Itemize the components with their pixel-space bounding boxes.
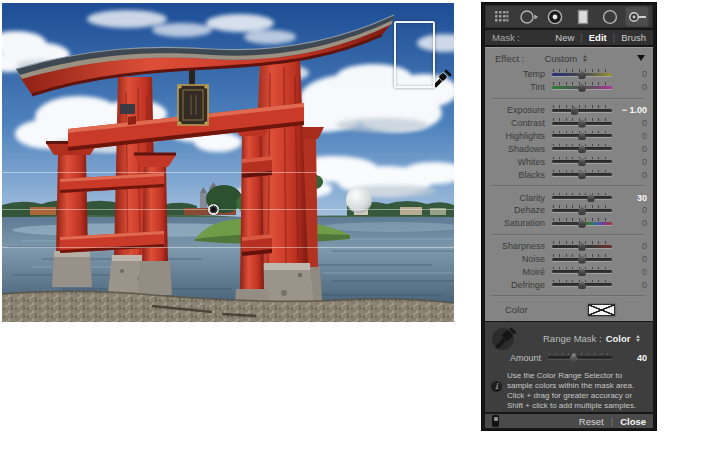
dehaze-slider-track[interactable] xyxy=(552,209,612,212)
info-line: Click + drag for greater accuracy or xyxy=(507,391,636,401)
tint-slider-track[interactable] xyxy=(552,86,612,89)
slider-thumb[interactable] xyxy=(578,118,587,128)
slider-thumb[interactable] xyxy=(578,254,587,264)
reset-button[interactable]: Reset xyxy=(579,416,604,427)
exposure-slider-track[interactable] xyxy=(552,109,612,112)
highlights-slider-track[interactable] xyxy=(552,134,612,137)
mask-edit-button[interactable]: Edit xyxy=(589,32,607,43)
slider-row: Whites 0 xyxy=(489,155,647,168)
sharpness-slider-track[interactable] xyxy=(552,245,612,248)
slider-thumb[interactable] xyxy=(578,267,587,277)
slider-row: Contrast 0 xyxy=(489,117,647,130)
divider xyxy=(491,185,645,187)
slider-thumb[interactable] xyxy=(578,170,587,180)
slider-row: Moiré 0 xyxy=(489,266,647,279)
slider-thumb[interactable] xyxy=(578,82,587,92)
amount-slider-track[interactable] xyxy=(548,356,612,359)
moire-slider-track[interactable] xyxy=(552,270,612,273)
info-line: Shift + click to add multiple samples. xyxy=(507,401,636,411)
info-line: Use the Color Range Selector to xyxy=(507,371,636,381)
separator: | xyxy=(613,32,615,43)
color-swatch[interactable] xyxy=(588,304,615,316)
effect-preset-value[interactable]: Custom xyxy=(544,53,577,64)
panel-footer: Reset | Close xyxy=(485,414,653,428)
slider-row: Temp 0 xyxy=(489,68,647,81)
blacks-slider-track[interactable] xyxy=(552,173,612,176)
range-mask-value[interactable]: Color xyxy=(606,333,631,344)
close-button[interactable]: Close xyxy=(620,416,646,427)
color-row: Color xyxy=(489,301,647,318)
slider-thumb[interactable] xyxy=(578,241,587,251)
adjustment-pin[interactable] xyxy=(208,204,219,215)
slider-thumb[interactable] xyxy=(578,144,587,154)
divider xyxy=(491,98,645,100)
slider-row: Blacks 0 xyxy=(489,168,647,181)
slider-thumb[interactable] xyxy=(578,218,587,228)
whites-slider-track[interactable] xyxy=(552,160,612,163)
panel-switch-icon[interactable] xyxy=(492,415,499,427)
panel-disclosure-triangle[interactable] xyxy=(637,55,645,61)
eyedropper-icon[interactable] xyxy=(491,325,517,351)
shadows-slider-track[interactable] xyxy=(552,147,612,150)
slider-row: Tint 0 xyxy=(489,81,647,94)
guide-line xyxy=(2,247,454,248)
local-adjustment-panel: Mask : New | Edit | Brush Effect : Custo… xyxy=(481,2,657,431)
noise-slider-track[interactable] xyxy=(552,258,612,261)
slider-thumb[interactable] xyxy=(578,131,587,141)
saturation-slider-track[interactable] xyxy=(552,222,612,225)
guide-line xyxy=(2,172,454,173)
slider-thumb[interactable] xyxy=(578,205,587,215)
preset-popup-icon[interactable] xyxy=(583,55,587,62)
crop-grid-icon[interactable] xyxy=(489,6,513,27)
spot-removal-icon[interactable] xyxy=(516,6,540,27)
slider-row: Dehaze 0 xyxy=(489,204,647,217)
slider-thumb[interactable] xyxy=(578,69,587,79)
adjustment-brush-icon[interactable] xyxy=(625,6,649,27)
screenshot-root: Mask : New | Edit | Brush Effect : Custo… xyxy=(0,0,715,470)
info-line: sample colors within the mask area. xyxy=(507,381,636,391)
range-mask-section: Range Mask : Color Amount 40 i Use the C… xyxy=(485,322,653,412)
slider-row: Sharpness 0 xyxy=(489,240,647,253)
range-mask-label: Range Mask : xyxy=(543,333,602,344)
color-sample-marquee[interactable] xyxy=(394,21,435,88)
tool-strip xyxy=(485,5,653,28)
graduated-filter-icon[interactable] xyxy=(571,6,595,27)
slider-row: Saturation 0 xyxy=(489,217,647,230)
slider-thumb[interactable] xyxy=(578,157,587,167)
red-eye-icon[interactable] xyxy=(543,6,567,27)
divider xyxy=(491,234,645,236)
slider-thumb[interactable] xyxy=(587,193,596,203)
info-tip: i Use the Color Range Selector to sample… xyxy=(489,371,647,410)
photo-canvas[interactable] xyxy=(2,3,454,322)
effect-panel: Effect : Custom Temp 0 Tint 0 Exposure −… xyxy=(485,46,653,322)
effect-label: Effect : xyxy=(495,53,524,64)
mask-bar: Mask : New | Edit | Brush xyxy=(485,30,653,45)
info-icon: i xyxy=(491,381,502,392)
slider-row: Defringe 0 xyxy=(489,278,647,291)
separator: | xyxy=(580,32,582,43)
defringe-slider-track[interactable] xyxy=(552,283,612,286)
slider-thumb[interactable] xyxy=(578,280,587,290)
color-label: Color xyxy=(505,304,528,315)
slider-row: Noise 0 xyxy=(489,253,647,266)
slider-row: Amount 40 xyxy=(489,351,647,364)
slider-row: Exposure − 1.00 xyxy=(489,104,647,117)
slider-row: Highlights 0 xyxy=(489,130,647,143)
clarity-slider-track[interactable] xyxy=(552,196,612,199)
slider-thumb[interactable] xyxy=(570,105,579,115)
slider-thumb[interactable] xyxy=(569,353,578,363)
mask-brush-button[interactable]: Brush xyxy=(621,32,646,43)
mask-new-button[interactable]: New xyxy=(555,32,574,43)
slider-row: Shadows 0 xyxy=(489,142,647,155)
separator: | xyxy=(611,416,613,427)
range-mask-popup-icon[interactable] xyxy=(636,335,640,342)
slider-row: Clarity 30 xyxy=(489,191,647,204)
mask-label: Mask : xyxy=(492,32,520,43)
guide-line xyxy=(2,209,454,210)
torii-gate-photo xyxy=(2,3,454,322)
divider xyxy=(491,295,645,297)
temp-slider-track[interactable] xyxy=(552,73,612,76)
contrast-slider-track[interactable] xyxy=(552,122,612,125)
radial-filter-icon[interactable] xyxy=(598,6,622,27)
